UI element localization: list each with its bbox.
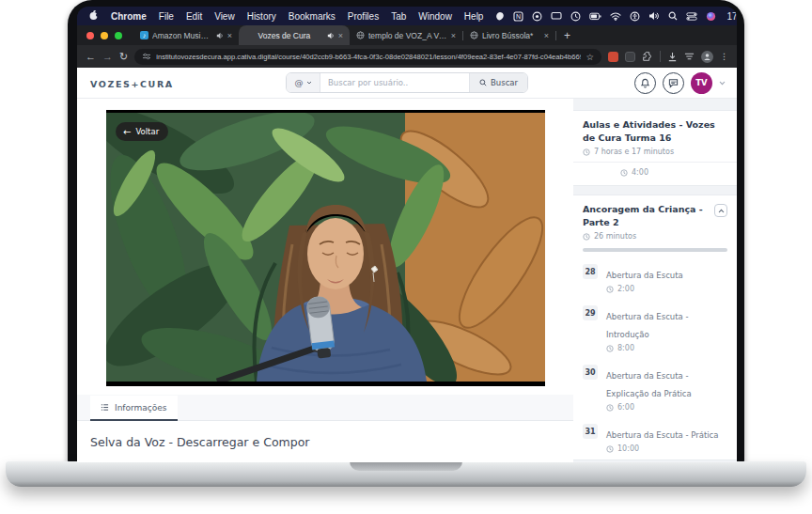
extension-icon-2[interactable] [625,52,635,62]
voltar-back-button[interactable]: ← Voltar [116,122,168,141]
course-sidebar[interactable]: Aulas e Atividades - Vozes de Cura Turma… [573,99,737,462]
lesson-item[interactable]: 31 Abertura da Escuta - Prática 10:00 [583,424,727,453]
lesson-title-text: Abertura da Escuta [606,271,683,280]
lesson-item[interactable]: 28 Abertura da Escuta 2:00 [583,264,727,293]
search-button[interactable]: Buscar [469,73,527,92]
url-text: institutovozesdecura.app.cativa.digital/… [156,53,581,61]
amazon-music-favicon: ♪ [140,31,148,39]
chevron-down-icon[interactable] [719,81,726,86]
chrome-menu-icon[interactable]: ⋮ [720,52,728,61]
menubar-tab[interactable]: Tab [391,11,406,22]
wifi-icon[interactable] [610,12,621,21]
menubar-history[interactable]: History [247,11,276,22]
control-center-icon[interactable] [686,12,697,21]
tab-amazon-music[interactable]: ♪ Amazon Music: Unlimited × [133,25,239,45]
record-app-icon[interactable] [532,11,542,22]
tab-informacoes-label: Informações [115,403,167,413]
address-bar[interactable]: institutovozesdecura.app.cativa.digital/… [134,49,601,65]
lesson-item[interactable]: 29 Abertura da Escuta - Introdução 8:00 [583,305,727,352]
tab-audio-icon[interactable] [327,32,335,39]
chrome-tabstrip: ♪ Amazon Music: Unlimited × Vozes de Cur… [77,25,737,45]
search-input[interactable] [320,73,469,92]
display-icon[interactable] [551,11,562,21]
volume-icon[interactable] [648,11,660,21]
chevron-down-icon [306,81,312,85]
menubar-window[interactable]: Window [418,11,452,22]
tab-close-icon[interactable]: × [227,31,232,40]
back-arrow-icon: ← [123,127,131,137]
video-player[interactable]: ← Voltar [106,110,545,386]
window-minimize-button[interactable] [101,32,108,39]
vozes-cura-logo[interactable]: VOZES+CURA [90,79,174,89]
apple-menu-icon[interactable] [88,9,99,23]
browser-profile-avatar[interactable] [701,51,713,63]
accessibility-icon[interactable] [630,11,640,22]
tab-vozes-de-cura-active[interactable]: Vozes de Cura × [239,25,350,45]
reload-button[interactable]: ↻ [119,51,128,63]
collapse-section-button[interactable] [714,204,727,217]
partial-lesson-row[interactable]: 4:00 [620,168,727,177]
notifications-button[interactable] [634,72,656,94]
tune-filter-icon[interactable] [684,52,695,61]
new-tab-button[interactable]: + [564,29,570,42]
user-avatar[interactable]: TV [691,72,712,94]
chrome-toolbar: ← → ↻ institutovozesdecura.app.cativa.di… [77,45,737,68]
at-sign: @ [295,78,304,87]
search-filter-dropdown[interactable]: @ [287,73,320,92]
downloads-icon[interactable] [667,52,678,62]
lesson-time: 6:00 [617,403,634,412]
window-zoom-button[interactable] [115,32,122,39]
notification-blob-icon[interactable] [495,11,505,21]
menubar-edit[interactable]: Edit [186,11,202,22]
clock-icon [620,169,628,177]
lesson-title-text: Abertura da Escuta - Introdução [606,312,689,339]
clock-app-icon[interactable] [570,11,581,22]
globe-favicon [356,31,365,39]
tab-title: Livro Bússola* [482,31,540,40]
extensions-puzzle-icon[interactable] [642,51,653,62]
tab-livro-bussola[interactable]: Livro Bússola* × [463,25,555,45]
siri-icon[interactable] [706,11,716,22]
search-icon [479,79,487,86]
toolbar-divider [660,51,661,62]
menubar-clock[interactable]: 17:49 [726,11,737,22]
window-close-button[interactable] [86,32,94,39]
spotlight-search-icon[interactable] [668,11,678,21]
voltar-label: Voltar [135,127,159,136]
person-icon [703,53,711,61]
menubar-view[interactable]: View [214,11,235,22]
user-search-bar[interactable]: @ Buscar [286,72,528,93]
clock-icon [606,445,614,453]
lesson-time: 2:00 [617,285,634,293]
back-button[interactable]: ← [86,51,96,62]
clock-icon [583,148,590,156]
tab-close-icon[interactable]: × [544,31,549,40]
forward-button[interactable]: → [102,51,113,62]
notes-app-icon[interactable]: N [513,11,523,22]
lesson-title: Selva da Voz - Descarregar e Compor [90,435,309,449]
section-ancoragem-card: Ancoragem da Criança - Parte 2 26 minuto… [573,195,737,460]
webpage: VOZES+CURA @ Buscar [77,68,737,462]
macos-screen: Chrome File Edit View History Bookmarks … [77,7,737,462]
tab-title: Vozes de Cura [245,31,323,40]
menubar-bookmarks[interactable]: Bookmarks [289,11,336,22]
app-header: VOZES+CURA @ Buscar [77,68,737,99]
lesson-title-text: Abertura da Escuta - Explicação da Práti… [606,371,692,398]
menubar-profiles[interactable]: Profiles [348,11,379,22]
menubar-app-name[interactable]: Chrome [111,11,147,22]
messages-button[interactable] [663,72,684,94]
tab-close-icon[interactable]: × [451,31,456,40]
tab-close-icon[interactable]: × [338,31,343,40]
tab-templo-de-voz[interactable]: templo de VOZ_A Voz do C... × [350,25,462,45]
bookmark-star-icon[interactable]: ☆ [586,52,594,62]
site-settings-icon[interactable] [142,53,151,60]
course-summary-card: Aulas e Atividades - Vozes de Cura Turma… [573,110,737,186]
tab-informacoes[interactable]: Informações [90,396,178,421]
tab-audio-icon[interactable] [216,32,224,39]
extension-icon-1[interactable] [608,52,618,62]
lesson-number: 30 [583,365,598,380]
lesson-item[interactable]: 30 Abertura da Escuta - Explicação da Pr… [583,365,727,412]
menubar-file[interactable]: File [159,11,174,22]
menubar-help[interactable]: Help [464,11,484,22]
chevron-up-icon [718,209,725,213]
